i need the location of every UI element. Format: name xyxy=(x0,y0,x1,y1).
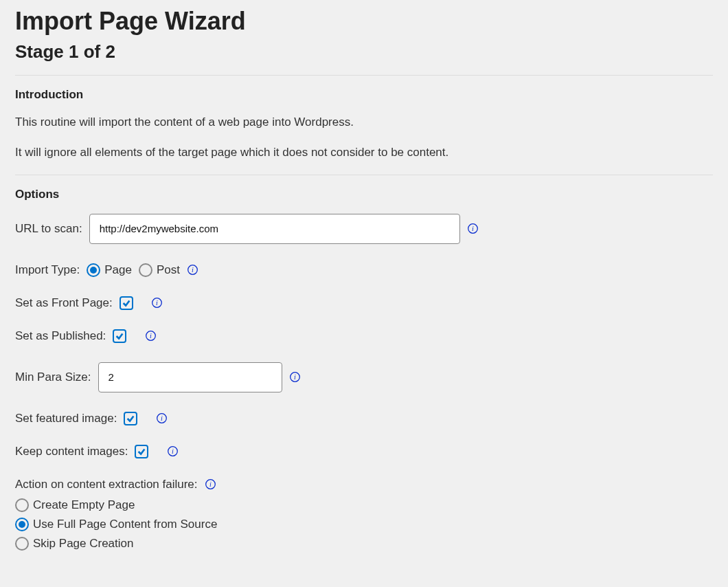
import-type-post-label: Post xyxy=(157,263,180,277)
failure-action-skip-label: Skip Page Creation xyxy=(33,537,133,551)
info-icon[interactable]: i xyxy=(155,412,168,425)
min-para-size-label: Min Para Size: xyxy=(15,370,91,384)
stage-title: Stage 1 of 2 xyxy=(15,41,713,63)
svg-text:i: i xyxy=(294,373,296,381)
info-icon[interactable]: i xyxy=(151,297,163,309)
import-type-page-radio[interactable]: Page xyxy=(87,263,132,277)
info-icon[interactable]: i xyxy=(187,264,199,276)
svg-text:i: i xyxy=(209,480,212,488)
set-front-page-row: Set as Front Page: i xyxy=(15,296,713,310)
failure-action-empty-label: Create Empty Page xyxy=(33,498,135,512)
svg-text:i: i xyxy=(192,266,194,274)
min-para-size-row: Min Para Size: i xyxy=(15,362,713,392)
svg-text:i: i xyxy=(150,332,152,340)
set-published-label: Set as Published: xyxy=(15,329,106,343)
set-front-page-label: Set as Front Page: xyxy=(15,296,113,310)
svg-text:i: i xyxy=(156,299,158,307)
failure-action-options: Create Empty Page Use Full Page Content … xyxy=(15,498,713,551)
divider xyxy=(15,75,713,76)
options-heading: Options xyxy=(15,188,713,201)
page-title: Import Page Wizard xyxy=(15,7,713,36)
url-to-scan-input[interactable] xyxy=(89,214,460,244)
introduction-heading: Introduction xyxy=(15,88,713,102)
failure-action-row: Action on content extraction failure: i xyxy=(15,478,713,491)
import-type-row: Import Type: Page Post i xyxy=(15,263,713,277)
info-icon[interactable]: i xyxy=(205,478,217,491)
set-front-page-checkbox[interactable] xyxy=(120,296,133,310)
failure-action-empty-radio[interactable]: Create Empty Page xyxy=(15,498,713,512)
set-featured-image-label: Set featured image: xyxy=(15,412,117,425)
svg-text:i: i xyxy=(161,414,163,422)
failure-action-skip-radio[interactable]: Skip Page Creation xyxy=(15,537,713,551)
divider xyxy=(15,175,713,175)
failure-action-label: Action on content extraction failure: xyxy=(15,478,198,491)
import-type-page-label: Page xyxy=(104,263,132,277)
import-type-label: Import Type: xyxy=(15,263,80,277)
set-published-row: Set as Published: i xyxy=(15,329,713,343)
intro-line-2: It will ignore all elements of the targe… xyxy=(15,144,713,161)
svg-text:i: i xyxy=(472,225,474,232)
set-featured-image-row: Set featured image: i xyxy=(15,412,713,425)
min-para-size-input[interactable] xyxy=(98,362,282,392)
info-icon[interactable]: i xyxy=(289,371,302,384)
keep-content-images-row: Keep content images: i xyxy=(15,445,713,458)
keep-content-images-label: Keep content images: xyxy=(15,445,128,458)
info-icon[interactable]: i xyxy=(144,330,157,342)
set-published-checkbox[interactable] xyxy=(113,329,126,343)
keep-content-images-checkbox[interactable] xyxy=(135,445,148,458)
svg-text:i: i xyxy=(172,447,174,455)
set-featured-image-checkbox[interactable] xyxy=(124,412,137,425)
import-type-post-radio[interactable]: Post xyxy=(139,263,180,277)
failure-action-full-label: Use Full Page Content from Source xyxy=(33,518,217,531)
info-icon[interactable]: i xyxy=(467,223,479,235)
info-icon[interactable]: i xyxy=(166,445,179,458)
url-to-scan-row: URL to scan: i xyxy=(15,214,713,244)
intro-line-1: This routine will import the content of … xyxy=(15,114,713,131)
failure-action-full-radio[interactable]: Use Full Page Content from Source xyxy=(15,518,713,531)
url-to-scan-label: URL to scan: xyxy=(15,222,82,236)
